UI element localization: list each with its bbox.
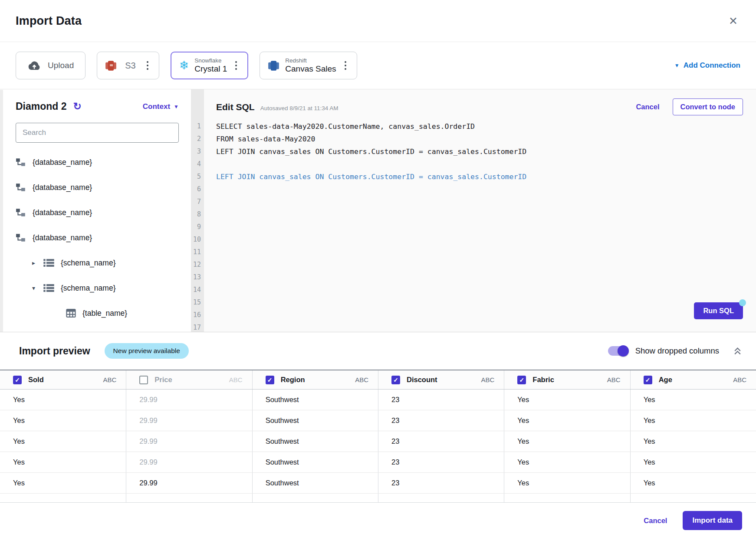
tree-item-database[interactable]: {database_name} <box>16 225 179 250</box>
s3-menu-icon[interactable] <box>144 59 151 72</box>
connection-provider: Redshift <box>285 57 336 64</box>
show-dropped-columns-toggle[interactable] <box>608 346 628 356</box>
sql-code-line <box>216 158 743 170</box>
connection-name: Canvas Sales <box>285 64 336 74</box>
connection-card-s3[interactable]: S3 <box>97 52 159 79</box>
import-data-button[interactable]: Import data <box>683 511 742 530</box>
table-cell: Southwest <box>252 410 378 431</box>
sql-code-area[interactable]: SELECT sales-data-May2020.CustomerName, … <box>216 120 743 183</box>
line-number: 3 <box>191 145 201 158</box>
upload-button[interactable]: Upload <box>16 52 85 79</box>
chevron-down-icon[interactable]: ▾ <box>32 285 43 291</box>
tree-item-database[interactable]: {database_name} <box>16 200 179 225</box>
tree-panel: Diamond 2 ↻ Context ▼ {database_name} {d… <box>0 89 191 332</box>
table-cell: Yes <box>504 473 630 493</box>
column-header-price: PriceABC <box>126 370 252 389</box>
sql-code-line: LEFT JOIN canvas_sales ON Customers.Cust… <box>216 145 743 158</box>
database-icon <box>16 208 26 217</box>
add-connection-button[interactable]: ▼ Add Connection <box>674 61 740 70</box>
table-cell: Yes <box>0 431 126 452</box>
close-icon[interactable]: ✕ <box>729 16 738 26</box>
connection-card-redshift[interactable]: Redshift Canvas Sales <box>260 52 357 79</box>
table-cell: 29.99 <box>126 431 252 452</box>
line-number: 5 <box>191 170 201 183</box>
context-dropdown[interactable]: Context ▼ <box>143 102 179 111</box>
table-icon <box>66 309 76 318</box>
modal-header: Import Data ✕ <box>0 0 756 42</box>
table-cell: Yes <box>630 473 756 493</box>
tree-item-schema[interactable]: ▸ {schema_name} <box>16 250 179 275</box>
column-header-sold: ✓SoldABC <box>0 370 126 389</box>
connection-title: Diamond 2 <box>16 101 67 112</box>
table-cell: Yes <box>0 410 126 431</box>
tree-list: {database_name} {database_name} {databas… <box>16 150 179 326</box>
table-cell: 29.99 <box>126 452 252 472</box>
add-connection-label: Add Connection <box>684 61 740 70</box>
column-type-label: ABC <box>481 376 494 383</box>
sql-code-line: FROM sales-data-May2020 <box>216 133 743 145</box>
column-label: Age <box>659 376 672 384</box>
redshift-icon <box>268 60 279 72</box>
column-checkbox[interactable]: ✓ <box>391 376 400 384</box>
upload-label: Upload <box>48 61 74 70</box>
tree-item-table[interactable]: {table_name} <box>16 301 179 326</box>
tree-item-database[interactable]: {database_name} <box>16 150 179 175</box>
tree-item-label: {schema_name} <box>61 284 115 293</box>
table-cell: Yes <box>630 410 756 431</box>
line-number: 8 <box>191 208 201 221</box>
table-row: Yes29.99Southwest23YesYes <box>0 390 756 410</box>
line-number: 7 <box>191 196 201 208</box>
database-icon <box>16 157 26 167</box>
column-label: Price <box>154 376 172 384</box>
chevron-right-icon[interactable]: ▸ <box>32 259 43 266</box>
table-cell: Yes <box>504 410 630 431</box>
connections-bar: Upload S3 ❄ Snowflake Crystal 1 <box>0 42 756 89</box>
workspace: Diamond 2 ↻ Context ▼ {database_name} {d… <box>0 89 756 332</box>
column-header-region: ✓RegionABC <box>252 370 378 389</box>
line-number: 11 <box>191 246 201 259</box>
run-sql-button[interactable]: Run SQL <box>694 302 743 319</box>
tree-scrollbar[interactable] <box>0 90 3 332</box>
s3-icon <box>105 60 117 72</box>
line-number: 10 <box>191 233 201 246</box>
sql-cancel-button[interactable]: Cancel <box>636 103 659 111</box>
import-preview-title: Import preview <box>19 345 90 357</box>
column-checkbox[interactable] <box>139 376 148 384</box>
column-checkbox[interactable]: ✓ <box>13 376 22 384</box>
schema-icon <box>43 284 54 292</box>
s3-label: S3 <box>122 61 138 71</box>
collapse-section-icon[interactable] <box>733 347 742 355</box>
convert-to-node-button[interactable]: Convert to node <box>673 98 743 115</box>
column-checkbox[interactable]: ✓ <box>266 376 274 384</box>
sql-code-line: SELECT sales-data-May2020.CustomerName, … <box>216 120 743 133</box>
import-data-modal: Import Data ✕ Upload S3 ❄ Snowflake <box>0 0 756 537</box>
table-cell <box>126 494 252 502</box>
table-cell: Yes <box>504 431 630 452</box>
snowflake-menu-icon[interactable] <box>233 59 240 72</box>
table-cell: 23 <box>378 431 504 452</box>
column-checkbox[interactable]: ✓ <box>644 376 652 384</box>
table-row: Yes29.99Southwest23YesYes <box>0 473 756 494</box>
cancel-button[interactable]: Cancel <box>644 517 667 525</box>
table-cell: 23 <box>378 410 504 431</box>
column-checkbox[interactable]: ✓ <box>517 376 526 384</box>
refresh-icon[interactable]: ↻ <box>73 102 82 111</box>
chevron-down-icon: ▼ <box>174 104 179 110</box>
table-cell: 23 <box>378 452 504 472</box>
search-input[interactable] <box>16 123 179 143</box>
tree-item-label: {table_name} <box>82 309 127 318</box>
tree-item-database[interactable]: {database_name} <box>16 175 179 200</box>
line-number: 15 <box>191 296 201 309</box>
preview-table: ✓SoldABCPriceABC✓RegionABC✓DiscountABC✓F… <box>0 370 756 503</box>
page-title: Import Data <box>16 14 82 28</box>
connection-provider: Snowflake <box>194 57 227 64</box>
column-label: Region <box>281 376 305 384</box>
tree-item-schema[interactable]: ▾ {schema_name} <box>16 275 179 301</box>
column-type-label: ABC <box>733 376 746 383</box>
table-cell: Yes <box>630 452 756 472</box>
table-row-partial <box>0 494 756 503</box>
redshift-menu-icon[interactable] <box>342 59 349 72</box>
column-label: Discount <box>407 376 437 384</box>
connection-card-snowflake[interactable]: ❄ Snowflake Crystal 1 <box>171 52 249 79</box>
line-number: 13 <box>191 271 201 284</box>
